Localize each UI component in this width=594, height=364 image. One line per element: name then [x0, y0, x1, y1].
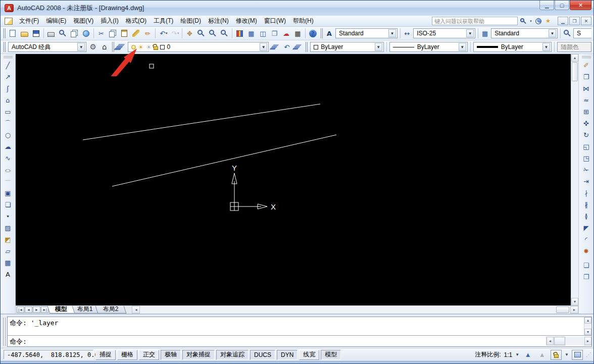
chamfer-button[interactable]: ◤	[580, 222, 592, 234]
scroll-left-icon[interactable]: ◄	[547, 337, 554, 345]
doc-restore-button[interactable]: ❐	[569, 17, 580, 25]
layer-previous-button[interactable]: ↶	[281, 41, 292, 53]
rotate-button[interactable]: ↻	[580, 129, 592, 141]
osnap-toggle[interactable]: 对象捕捉	[182, 350, 215, 360]
vertical-scroll-thumb[interactable]	[572, 62, 578, 81]
cut-button[interactable]: ✂	[95, 28, 107, 39]
help-button[interactable]: ?	[307, 28, 319, 39]
open-button[interactable]	[19, 28, 30, 39]
circle-button[interactable]: ○	[2, 129, 14, 141]
fillet-button[interactable]: ◜	[580, 234, 592, 245]
toolbar-grip[interactable]	[112, 42, 114, 52]
scroll-right-icon[interactable]: ►	[570, 306, 578, 314]
properties-button[interactable]	[234, 28, 245, 39]
toolbar-grip[interactable]	[3, 28, 6, 38]
tab-layout2[interactable]: 布局2	[95, 306, 126, 314]
draw-order-back-button[interactable]: ❐	[580, 271, 592, 283]
scroll-down-icon[interactable]: ▼	[584, 329, 591, 335]
menu-item-file[interactable]: 文件(F)	[16, 16, 42, 26]
array-button[interactable]: ⊞	[580, 106, 592, 118]
toolbar-grip[interactable]	[320, 28, 323, 38]
multileader-style-combo[interactable]: S	[573, 28, 591, 38]
trim-button[interactable]: ✁	[580, 164, 592, 176]
chevron-down-icon[interactable]: ▼	[77, 43, 85, 51]
grid-toggle[interactable]: 栅格	[117, 350, 137, 360]
explode-button[interactable]: ✸	[580, 245, 592, 257]
polyline-button[interactable]: ʃ	[2, 83, 14, 94]
search-dropdown-icon[interactable]: ▾	[529, 17, 533, 25]
save-button[interactable]	[30, 28, 42, 39]
favorites-star-icon[interactable]: ★	[544, 17, 552, 25]
chevron-down-icon[interactable]: ▼	[375, 43, 382, 51]
scroll-left-icon[interactable]: ◄	[132, 306, 140, 314]
erase-button[interactable]: ✐	[580, 60, 592, 71]
menu-item-insert[interactable]: 插入(I)	[97, 16, 122, 26]
chevron-down-icon[interactable]: ▼	[459, 43, 466, 51]
line-button[interactable]: ╱	[2, 60, 14, 71]
my-workspace-button[interactable]: ⌂	[98, 41, 110, 53]
ortho-toggle[interactable]: 正交	[139, 350, 159, 360]
menu-item-draw[interactable]: 绘图(D)	[177, 16, 205, 26]
resize-grip[interactable]: ⋰	[586, 351, 590, 358]
linetype-combo[interactable]: ByLayer ▼	[389, 42, 468, 52]
chevron-down-icon[interactable]: ▼	[260, 43, 267, 51]
lock-dropdown-icon[interactable]: ▼	[565, 352, 569, 357]
make-block-button[interactable]: ❏	[2, 199, 14, 211]
layer-on-bulb-icon[interactable]	[131, 45, 136, 49]
tab-model[interactable]: 模型	[47, 306, 75, 314]
command-input-line[interactable]: 命令:	[8, 336, 546, 346]
annotation-autoscale-button[interactable]: ▲	[536, 350, 548, 360]
horizontal-scroll-thumb[interactable]	[556, 306, 569, 313]
toolbar-grip[interactable]	[582, 56, 591, 58]
redo-dropdown-icon[interactable]: ▾	[177, 31, 179, 35]
table-button[interactable]: ▦	[2, 257, 14, 269]
text-style-icon-button[interactable]: A	[324, 28, 334, 39]
menu-item-help[interactable]: 帮助(H)	[289, 16, 317, 26]
3d-dwf-button[interactable]	[80, 28, 92, 39]
menu-item-tools[interactable]: 工具(T)	[150, 16, 177, 26]
break-at-point-button[interactable]: ∤	[580, 187, 592, 199]
undo-button[interactable]: ↶▾	[157, 28, 169, 39]
toolbar-grip[interactable]	[3, 42, 6, 52]
layer-combo[interactable]: ☀ ☀ 0 ▼	[128, 42, 269, 52]
make-object-layer-current-button[interactable]	[270, 41, 281, 53]
spline-button[interactable]: ∿	[2, 152, 14, 164]
color-combo[interactable]: ByLayer ▼	[310, 42, 384, 52]
zoom-realtime-button[interactable]	[195, 28, 207, 39]
text-style-combo[interactable]: Standard ▼	[335, 28, 398, 38]
chevron-down-icon[interactable]: ▼	[549, 29, 556, 37]
chevron-down-icon[interactable]: ▼	[466, 29, 474, 37]
toolbar-grip[interactable]	[4, 56, 13, 58]
gradient-button[interactable]: ◩	[2, 234, 14, 245]
dim-style-combo[interactable]: ISO-25 ▼	[413, 28, 475, 38]
multileader-style-icon-button[interactable]	[562, 28, 572, 39]
copy-clip-button[interactable]	[107, 28, 119, 39]
mirror-button[interactable]: ⋈	[580, 83, 592, 94]
pan-realtime-button[interactable]: ✥	[184, 28, 195, 39]
annotation-scale-value[interactable]: 1:1	[504, 351, 512, 358]
layer-thaw-sun-icon[interactable]: ☀	[138, 43, 144, 51]
command-scrollbar[interactable]: ▲ ▼	[584, 317, 591, 335]
menu-item-format[interactable]: 格式(O)	[122, 16, 150, 26]
hatch-button[interactable]: ▨	[2, 222, 14, 234]
arc-button[interactable]: ⌒	[2, 118, 14, 129]
command-history[interactable]: 命令: '_layer	[8, 317, 584, 335]
table-style-combo[interactable]: Standard ▼	[491, 28, 558, 38]
menu-item-modify[interactable]: 修改(M)	[232, 16, 261, 26]
doc-close-button[interactable]: ✕	[581, 17, 591, 25]
rectangle-button[interactable]: ▭	[2, 106, 14, 118]
scroll-right-icon[interactable]: ►	[584, 337, 591, 345]
multiline-text-button[interactable]: A	[2, 269, 14, 280]
scroll-down-icon[interactable]: ▼	[571, 298, 578, 305]
lineweight-toggle[interactable]: 线宽	[299, 350, 319, 360]
layer-properties-manager-button[interactable]	[116, 41, 127, 53]
toolbar-lock-button[interactable]	[551, 350, 562, 360]
snap-toggle[interactable]: 捕捉	[95, 350, 116, 360]
menu-item-window[interactable]: 窗口(W)	[261, 16, 289, 26]
sheet-set-manager-button[interactable]: ❐	[269, 28, 280, 39]
break-button[interactable]: ∦	[580, 199, 592, 211]
scroll-up-icon[interactable]: ▲	[584, 317, 591, 324]
ducs-toggle[interactable]: DUCS	[250, 350, 275, 360]
revision-cloud-button[interactable]: ☁	[2, 141, 14, 152]
layer-vp-freeze-icon[interactable]: ☀	[146, 43, 152, 51]
